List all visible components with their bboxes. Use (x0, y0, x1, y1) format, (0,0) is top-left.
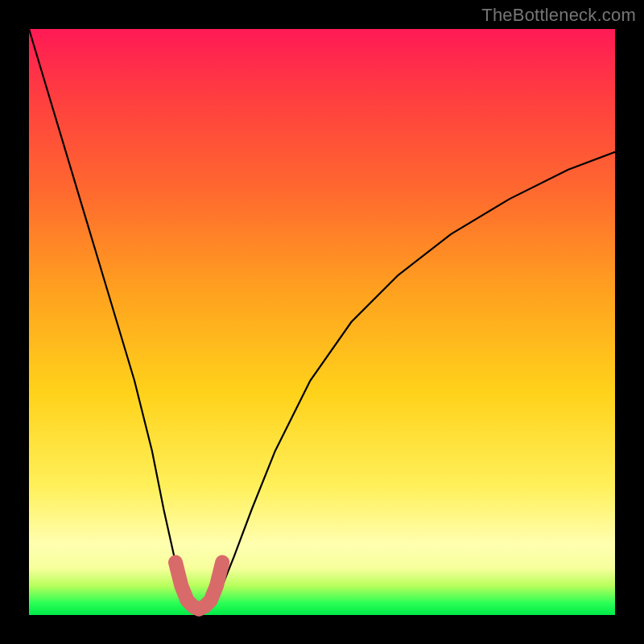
curve-layer (29, 29, 615, 615)
chart-frame: TheBottleneck.com (0, 0, 644, 644)
bottleneck-curve (29, 29, 615, 609)
watermark-text: TheBottleneck.com (481, 5, 636, 26)
plot-area (29, 29, 615, 615)
bottom-highlight (175, 563, 222, 609)
